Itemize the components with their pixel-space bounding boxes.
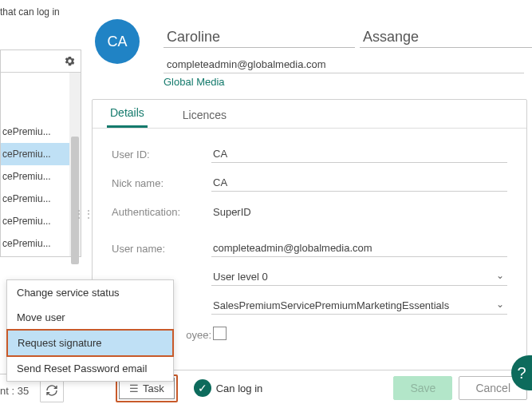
menu-item-change-service-status[interactable]: Change service status [7,280,173,305]
help-icon: ? [517,364,526,382]
plan-select[interactable]: SalesPremiumServicePremiumMarketingEssen… [211,297,507,315]
list-item[interactable]: cePremiu... [1,143,81,165]
list-item[interactable]: cePremiu... [1,232,81,255]
list-item[interactable]: cePremiu... [1,165,81,188]
first-name-input[interactable] [164,27,355,48]
list-item[interactable]: cePremiu... [1,121,81,143]
authentication-value: SuperID [211,204,507,220]
plan-value: SalesPremiumServicePremiumMarketingEssen… [213,299,449,311]
gear-icon[interactable] [64,55,76,67]
menu-icon: ☰ [129,382,139,394]
can-log-in-toggle[interactable]: ✓ Can log in [194,379,263,397]
scrollbar[interactable] [69,73,81,256]
task-button-label: Task [143,382,164,394]
chevron-down-icon: ⌄ [496,299,504,310]
scroll-thumb[interactable] [71,137,79,264]
email-value: completeadmin@globalmedia.com [164,56,524,73]
list-item[interactable]: cePremiu... [1,210,81,232]
drag-handle-icon[interactable]: ⋮⋮ [73,208,93,220]
nick-name-label: Nick name: [112,177,211,189]
user-level-value: User level 0 [213,271,268,283]
tab-details[interactable]: Details [107,100,148,128]
user-id-label: User ID: [112,149,211,160]
nick-name-field[interactable]: CA [211,174,507,192]
user-list-panel: cePremiu... cePremiu... cePremiu... cePr… [0,50,81,257]
tab-licences[interactable]: Licences [179,102,230,128]
task-context-menu: Change service status Move user Request … [6,279,174,382]
user-name-field[interactable]: completeadmin@globalmedia.com [211,240,507,257]
left-header-text: that can log in [0,0,81,18]
company-link[interactable]: Global Media [164,76,225,88]
check-circle-icon: ✓ [194,379,211,397]
employee-checkbox[interactable] [213,327,227,340]
refresh-button[interactable] [40,378,64,402]
can-log-in-label: Can log in [216,382,263,394]
menu-item-request-signature[interactable]: Request signature [8,331,172,355]
user-level-select[interactable]: User level 0 ⌄ [211,268,507,286]
count-label: nt : 35 [0,385,40,397]
chevron-down-icon: ⌄ [496,270,504,281]
user-name-label: User name: [112,243,211,255]
last-name-input[interactable] [360,27,532,48]
save-button[interactable]: Save [393,376,452,400]
list-item[interactable]: cePremiu... [1,188,81,210]
user-id-field[interactable]: CA [211,145,507,163]
menu-item-send-reset-password[interactable]: Send Reset Password email [7,356,173,381]
menu-item-move-user[interactable]: Move user [7,305,173,330]
authentication-label: Authentication: [112,206,211,218]
avatar: CA [95,19,140,64]
